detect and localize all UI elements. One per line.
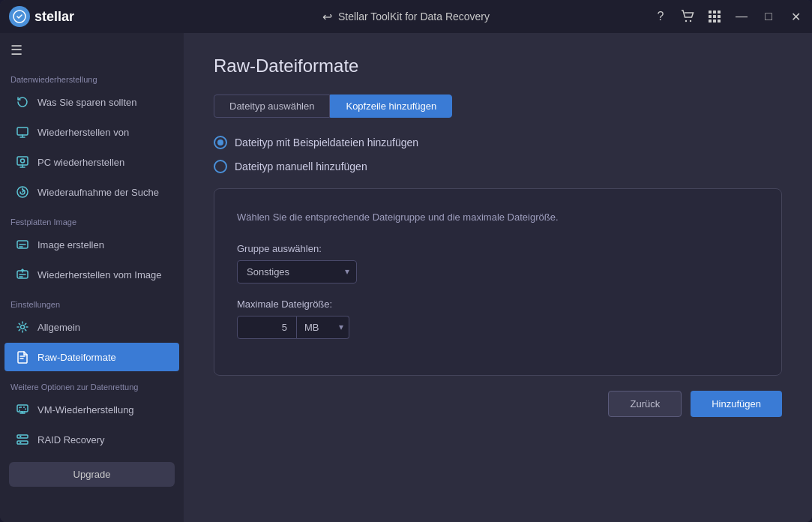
section-label-weitere: Weitere Optionen zur Datenrettung xyxy=(0,372,184,394)
content-area: Raw-Dateiformate Dateityp auswählen Kopf… xyxy=(184,33,812,522)
hamburger-button[interactable]: ☰ xyxy=(10,42,22,58)
hamburger-icon: ☰ xyxy=(10,42,22,58)
close-button[interactable]: ✕ xyxy=(788,9,803,24)
sidebar-item-image-erstellen[interactable]: Image erstellen xyxy=(4,230,179,259)
radio-item-manuell[interactable]: Dateityp manuell hinzufügen xyxy=(214,160,782,173)
sidebar: ☰ Datenwiederherstellung Was Sie sparen … xyxy=(0,33,184,522)
sidebar-label: Wiederherstellen von xyxy=(37,127,129,138)
sidebar-header: ☰ xyxy=(0,33,184,64)
upgrade-button[interactable]: Upgrade xyxy=(9,462,175,487)
pc-icon xyxy=(15,154,30,170)
radio-label: Dateityp manuell hinzufügen xyxy=(235,160,367,172)
svg-point-18 xyxy=(21,326,25,329)
dateigroesse-input-row: MB GB KB ▾ xyxy=(237,316,759,339)
sidebar-item-wiederherstellen-von[interactable]: Wiederherstellen von xyxy=(4,118,179,146)
radio-item-beispieldateien[interactable]: Dateityp mit Beispieldateien hinzufügen xyxy=(214,136,782,149)
sidebar-item-allgemein[interactable]: Allgemein xyxy=(4,313,179,341)
card-hint: Wählen Sie die entsprechende Dateigruppe… xyxy=(237,210,759,225)
sidebar-item-pc-wiederherstellen[interactable]: PC wiederherstellen xyxy=(4,148,179,176)
drive-icon xyxy=(15,237,30,252)
sidebar-item-was-sparen[interactable]: Was Sie sparen sollten xyxy=(4,88,179,116)
gear-icon xyxy=(15,320,30,334)
minimize-button[interactable]: — xyxy=(734,9,749,24)
settings-card: Wählen Sie die entsprechende Dateigruppe… xyxy=(214,188,782,376)
unit-wrapper: MB GB KB ▾ xyxy=(297,316,349,339)
page-title: Raw-Dateiformate xyxy=(214,56,782,76)
sidebar-label: Allgemein xyxy=(37,322,80,333)
radio-label: Dateityp mit Beispieldateien hinzufügen xyxy=(235,136,418,148)
svg-rect-9 xyxy=(709,20,712,22)
file-icon xyxy=(15,350,30,364)
section-label-einstellungen: Einstellungen xyxy=(0,290,184,312)
svg-point-14 xyxy=(21,159,25,163)
svg-rect-11 xyxy=(718,20,721,22)
gruppe-select[interactable]: Sonstiges Bilder Videos Audio Dokumente xyxy=(237,260,357,284)
sidebar-item-wiederaufnahme[interactable]: Wiederaufnahme der Suche xyxy=(4,178,179,206)
help-button[interactable]: ? xyxy=(653,9,668,24)
radio-circle-checked xyxy=(214,136,227,149)
refresh-icon xyxy=(15,94,30,110)
sidebar-label: PC wiederherstellen xyxy=(37,157,124,168)
sidebar-label: Wiederaufnahme der Suche xyxy=(37,187,159,198)
svg-point-2 xyxy=(690,20,691,22)
sidebar-label: RAID Recovery xyxy=(37,434,105,446)
sidebar-label: Was Sie sparen sollten xyxy=(37,97,136,108)
gruppe-select-wrapper: Sonstiges Bilder Videos Audio Dokumente … xyxy=(237,260,357,284)
restore-icon xyxy=(15,124,30,140)
section-label-datenwiederherstellung: Datenwiederherstellung xyxy=(0,64,184,87)
section-label-festplatten: Festplatten Image xyxy=(0,207,184,230)
sidebar-label: Wiederherstellen vom Image xyxy=(37,269,161,280)
app-window: stellar ↩ Stellar ToolKit for Data Recov… xyxy=(0,0,812,522)
window-title: Stellar ToolKit for Data Recovery xyxy=(338,10,490,22)
svg-rect-8 xyxy=(718,15,721,18)
sidebar-item-raw-dateiformate[interactable]: Raw-Dateiformate xyxy=(4,343,179,371)
add-button[interactable]: Hinzufügen xyxy=(691,391,782,417)
tab-kopfzeile-hinzufuegen[interactable]: Kopfzeile hinzufügen xyxy=(330,94,452,118)
tab-bar: Dateityp auswählen Kopfzeile hinzufügen xyxy=(214,94,782,118)
svg-rect-22 xyxy=(17,441,28,444)
back-arrow-icon: ↩ xyxy=(322,10,332,24)
titlebar-title: ↩ Stellar ToolKit for Data Recovery xyxy=(322,10,490,24)
logo-icon xyxy=(9,6,30,27)
svg-rect-3 xyxy=(709,10,712,14)
grid-button[interactable] xyxy=(707,9,722,24)
sidebar-item-vm-wiederherstellung[interactable]: VM-Wiederherstellung xyxy=(4,395,179,424)
sidebar-label: VM-Wiederherstellung xyxy=(37,404,134,416)
svg-rect-21 xyxy=(17,435,28,438)
sidebar-label: Image erstellen xyxy=(37,239,104,250)
dateigroesse-input[interactable] xyxy=(237,316,297,339)
svg-rect-20 xyxy=(19,407,25,412)
back-button[interactable]: Zurück xyxy=(608,391,682,417)
radio-circle-unchecked xyxy=(214,160,227,173)
titlebar-controls: ? — □ ✕ xyxy=(653,9,803,24)
dateigroesse-label: Maximale Dateigröße: xyxy=(237,298,759,310)
svg-rect-7 xyxy=(713,15,716,18)
svg-rect-13 xyxy=(17,157,28,165)
gruppe-form-group: Gruppe auswählen: Sonstiges Bilder Video… xyxy=(237,243,759,284)
sidebar-item-wiederherstellen-image[interactable]: Wiederherstellen vom Image xyxy=(4,260,179,289)
svg-rect-4 xyxy=(713,10,716,14)
gruppe-label: Gruppe auswählen: xyxy=(237,243,759,254)
radio-group: Dateityp mit Beispieldateien hinzufügen … xyxy=(214,136,782,173)
titlebar: stellar ↩ Stellar ToolKit for Data Recov… xyxy=(0,0,812,33)
drive2-icon xyxy=(15,267,30,282)
svg-point-1 xyxy=(685,20,687,22)
logo-text: stellar xyxy=(34,9,74,25)
svg-rect-10 xyxy=(713,20,716,22)
vm-icon xyxy=(15,402,30,417)
maximize-button[interactable]: □ xyxy=(761,9,776,24)
sidebar-item-raid-recovery[interactable]: RAID Recovery xyxy=(4,425,179,454)
svg-rect-12 xyxy=(17,128,28,135)
main-layout: ☰ Datenwiederherstellung Was Sie sparen … xyxy=(0,33,812,522)
dateigroesse-form-group: Maximale Dateigröße: MB GB KB ▾ xyxy=(237,298,759,339)
sidebar-label: Raw-Dateiformate xyxy=(37,352,116,363)
unit-select[interactable]: MB GB KB xyxy=(297,316,349,339)
raid-icon xyxy=(15,432,30,447)
resume-icon xyxy=(15,184,30,200)
app-logo: stellar xyxy=(9,6,99,27)
cart-button[interactable] xyxy=(680,9,695,24)
tab-dateityp-auswaehlen[interactable]: Dateityp auswählen xyxy=(214,94,330,118)
svg-rect-5 xyxy=(718,10,721,14)
svg-rect-19 xyxy=(17,405,28,412)
svg-rect-6 xyxy=(709,15,712,18)
